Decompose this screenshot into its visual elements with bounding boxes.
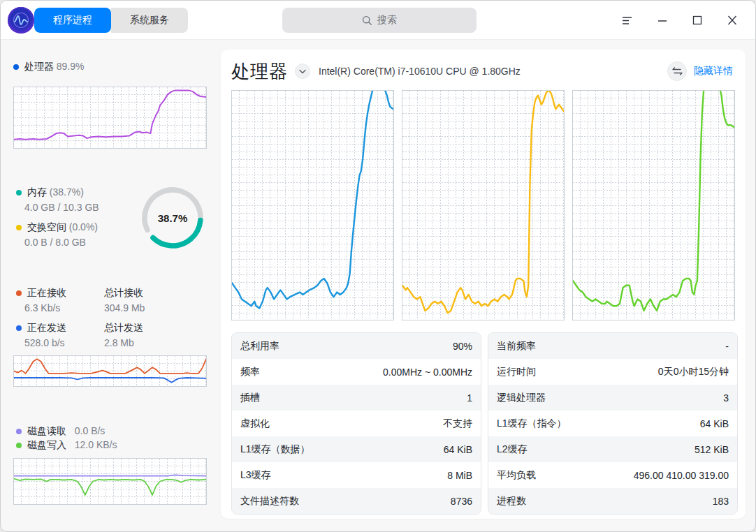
table-row: 文件描述符数8736 <box>232 488 481 514</box>
row-value: 8 MiB <box>447 470 472 481</box>
close-button[interactable] <box>715 10 750 31</box>
net-send-label: 正在发送 <box>27 322 66 333</box>
table-row: 插槽1 <box>232 385 481 411</box>
row-value: 不支持 <box>443 418 472 430</box>
memory-detail: 4.0 GB / 10.3 GB <box>24 202 99 213</box>
row-value: - <box>725 341 729 352</box>
net-recv-dot-icon <box>16 290 22 296</box>
waveform-icon <box>12 11 30 29</box>
close-icon <box>727 15 738 25</box>
cpu-model-text: Intel(R) Core(TM) i7-10610U CPU @ 1.80GH… <box>319 66 521 77</box>
memory-percent: (38.7%) <box>50 186 84 198</box>
search-input[interactable]: 搜索 <box>282 8 477 33</box>
row-label: 当前频率 <box>497 340 725 353</box>
row-label: L2缓存 <box>497 443 695 456</box>
detail-header: 处理器 Intel(R) Core(TM) i7-10610U CPU @ 1.… <box>221 50 746 86</box>
cpu-history-chart <box>13 87 207 149</box>
row-value: 512 KiB <box>695 444 729 455</box>
toggle-view-button[interactable] <box>667 61 687 81</box>
memory-label: 内存 <box>27 186 47 198</box>
disk-history-chart <box>13 458 207 505</box>
page-title: 处理器 <box>231 59 288 84</box>
sidebar-item-disk[interactable]: 磁盘读取 0.0 B/s <box>16 425 105 438</box>
row-label: 逻辑处理器 <box>497 392 723 404</box>
cpu-info-table-left: 总利用率90% 频率0.00MHz ~ 0.00MHz 插槽1 虚拟化不支持 L… <box>231 332 481 515</box>
row-label: 运行时间 <box>497 366 658 378</box>
titlebar: 程序进程 系统服务 搜索 <box>1 1 755 40</box>
sidebar-item-cpu[interactable]: 处理器 89.9% <box>13 61 84 73</box>
row-value: 90% <box>453 341 472 352</box>
table-row: 进程数183 <box>488 488 737 514</box>
table-row: 逻辑处理器3 <box>488 385 737 411</box>
cpu-select-dropdown[interactable] <box>295 64 310 79</box>
cpu-info-tables: 总利用率90% 频率0.00MHz ~ 0.00MHz 插槽1 虚拟化不支持 L… <box>221 320 746 515</box>
disk-write-dot-icon <box>16 443 22 448</box>
table-row: 当前频率- <box>488 333 737 359</box>
disk-read-value: 0.0 B/s <box>75 425 106 436</box>
net-recv-total-value: 304.9 Mb <box>104 302 145 313</box>
disk-write-label: 磁盘写入 <box>27 439 66 450</box>
net-send-value: 528.0 b/s <box>24 337 65 348</box>
sidebar: 处理器 89.9% 内存 (38.7%) 4.0 GB / 10.3 GB 交换… <box>1 40 221 531</box>
net-recv-total-label: 总计接收 <box>104 287 143 300</box>
hide-details-link[interactable]: 隐藏详情 <box>694 65 733 77</box>
swap-detail: 0.0 B / 8.0 GB <box>24 237 86 248</box>
row-value: 64 KiB <box>444 444 472 455</box>
table-row: 平均负载496.00 410.00 319.00 <box>488 462 737 488</box>
core1-usage-chart <box>231 90 394 320</box>
row-value: 1 <box>467 392 472 404</box>
net-recv-value: 6.3 Kb/s <box>24 302 60 313</box>
disk-write-row: 磁盘写入 12.0 KB/s <box>16 439 117 452</box>
tab-processes[interactable]: 程序进程 <box>34 8 111 33</box>
tab-system-services[interactable]: 系统服务 <box>111 8 188 33</box>
row-label: 总利用率 <box>240 340 453 353</box>
net-send-dot-icon <box>16 325 22 331</box>
chevron-down-icon <box>299 69 306 74</box>
swap-arrows-icon <box>672 67 683 75</box>
row-label: 虚拟化 <box>240 418 443 430</box>
sidebar-item-memory[interactable]: 内存 (38.7%) <box>16 186 84 199</box>
memory-donut-value: 38.7% <box>139 184 206 251</box>
row-value: 496.00 410.00 319.00 <box>634 470 729 481</box>
disk-read-dot-icon <box>16 429 22 434</box>
swap-percent: (0.0%) <box>69 221 98 232</box>
row-value: 64 KiB <box>700 418 729 429</box>
table-row: L1缓存（指令）64 KiB <box>488 411 737 436</box>
minimize-button[interactable] <box>645 10 680 31</box>
cpu-dot-icon <box>13 64 19 70</box>
menu-button[interactable] <box>610 10 645 31</box>
sidebar-item-network[interactable]: 正在接收 <box>16 287 66 300</box>
table-row: L1缓存（数据）64 KiB <box>232 436 481 462</box>
window-controls <box>610 10 750 31</box>
net-recv-label: 正在接收 <box>27 287 66 298</box>
app-window: 程序进程 系统服务 搜索 <box>0 0 756 532</box>
table-row: 频率0.00MHz ~ 0.00MHz <box>232 359 481 385</box>
row-label: 频率 <box>240 366 383 378</box>
row-label: L3缓存 <box>240 469 447 482</box>
table-row: L3缓存8 MiB <box>232 462 481 488</box>
detail-panel: 处理器 Intel(R) Core(TM) i7-10610U CPU @ 1.… <box>221 50 746 519</box>
table-row: 运行时间0天0小时15分钟 <box>488 359 737 385</box>
row-label: 文件描述符数 <box>240 495 451 508</box>
table-row: 虚拟化不支持 <box>232 411 481 436</box>
core-charts <box>221 86 746 320</box>
app-logo-icon <box>8 7 34 34</box>
swap-dot-icon <box>16 225 22 230</box>
row-value: 3 <box>723 392 729 404</box>
sidebar-item-swap[interactable]: 交换空间 (0.0%) <box>16 221 98 234</box>
net-send-total-value: 2.8 Mb <box>104 337 134 348</box>
cpu-label: 处理器 <box>24 61 54 72</box>
network-history-chart <box>13 355 207 387</box>
cpu-value: 89.9% <box>57 61 85 72</box>
row-value: 0.00MHz ~ 0.00MHz <box>383 367 472 378</box>
cpu-info-table-right: 当前频率- 运行时间0天0小时15分钟 逻辑处理器3 L1缓存（指令）64 Ki… <box>488 332 738 515</box>
mode-tabs: 程序进程 系统服务 <box>34 8 188 33</box>
net-send-row: 正在发送 <box>16 322 66 334</box>
swap-label: 交换空间 <box>27 221 66 232</box>
memory-donut-chart: 38.7% <box>139 184 206 251</box>
menu-icon <box>622 15 633 25</box>
core3-usage-chart <box>572 90 735 320</box>
row-label: 插槽 <box>240 392 467 404</box>
maximize-button[interactable] <box>680 10 715 31</box>
net-send-total-label: 总计发送 <box>104 322 143 334</box>
